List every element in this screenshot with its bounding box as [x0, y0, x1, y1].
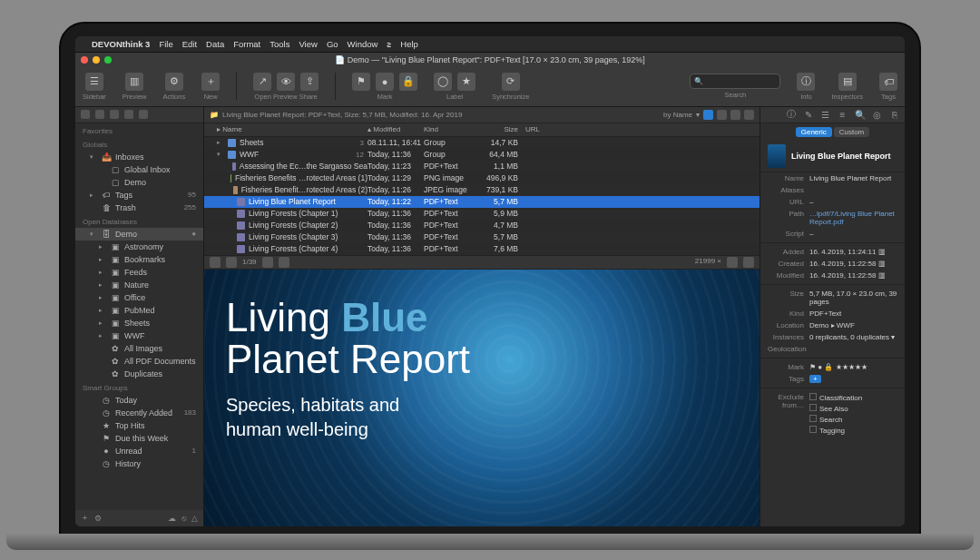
table-row[interactable]: Assessing the Ec…the Sargasso SeaToday, …: [204, 161, 760, 172]
inspectors-icon[interactable]: ▤: [838, 73, 857, 91]
exclude-checkbox[interactable]: See Also: [809, 404, 897, 413]
sidebar-toggle-icon[interactable]: ☰: [85, 73, 103, 91]
pv-zoomin-icon[interactable]: [743, 257, 754, 268]
pv-crop-icon[interactable]: [262, 257, 273, 268]
exclude-checkbox[interactable]: Tagging: [809, 426, 897, 435]
insp-link-icon[interactable]: ⎘: [889, 110, 899, 120]
sidebar-item[interactable]: ▸▣Sheets: [75, 317, 203, 329]
sidebar-item[interactable]: ▢Global Inbox: [75, 163, 203, 176]
inspector-field[interactable]: –: [809, 198, 897, 206]
menu-help[interactable]: Help: [400, 39, 418, 49]
inspector-mark[interactable]: ⚑ ● 🔒 ★★★★★: [809, 363, 897, 371]
table-row[interactable]: Fisheries Benefits …rotected Areas (1)To…: [204, 172, 760, 184]
col-size[interactable]: Size: [480, 125, 525, 133]
view-cover-icon[interactable]: [744, 110, 754, 120]
sidebar-item[interactable]: ▾📥Inboxes: [75, 151, 203, 163]
sidebar-item[interactable]: ✿All Images: [75, 342, 203, 355]
sort-menu[interactable]: by Name: [663, 111, 692, 119]
col-url[interactable]: URL: [525, 125, 760, 133]
insp-toc-icon[interactable]: ☰: [820, 110, 830, 120]
menu-window[interactable]: Window: [348, 39, 378, 49]
table-row[interactable]: ▸Sheets308.11.11, 16:41Group14,7 KB: [204, 137, 760, 149]
menu-file[interactable]: File: [159, 39, 172, 49]
inspector-prop[interactable]: 0 replicants, 0 duplicates ▾: [809, 333, 897, 341]
unread-icon[interactable]: ●: [376, 73, 394, 91]
sidebar-item[interactable]: ✿All PDF Documents: [75, 355, 203, 368]
info-icon[interactable]: ⓘ: [797, 73, 815, 91]
inspector-tab-generic[interactable]: Generic: [796, 127, 832, 137]
sb-mode-1-icon[interactable]: [81, 110, 90, 119]
view-icons-icon[interactable]: [703, 110, 713, 120]
table-row[interactable]: Fisheries Benefit…rotected Areas (2)Toda…: [204, 184, 760, 196]
close-button[interactable]: [81, 56, 88, 64]
zoom-button[interactable]: [104, 56, 112, 64]
minimize-button[interactable]: [93, 56, 100, 64]
menu-go[interactable]: Go: [327, 39, 338, 49]
actions-icon[interactable]: ⚙: [165, 73, 183, 91]
sidebar-item[interactable]: ▸▣PubMed: [75, 304, 203, 317]
document-preview[interactable]: Living Blue Planet Report Species, habit…: [204, 270, 760, 526]
sidebar-item[interactable]: ▾🗄Demo●: [75, 228, 203, 241]
menu-edit[interactable]: Edit: [182, 39, 197, 49]
inspector-field[interactable]: …lpdf/7/Living Blue Planet Report.pdf: [809, 210, 897, 226]
sidebar-item[interactable]: ▸▣Nature: [75, 279, 203, 291]
gear-icon[interactable]: ⚙: [94, 514, 102, 523]
col-name[interactable]: Name: [222, 125, 241, 133]
menu-tools[interactable]: Tools: [270, 39, 289, 49]
new-icon[interactable]: ＋: [201, 73, 220, 91]
sidebar-item[interactable]: ★Top Hits: [75, 419, 203, 432]
inspector-field[interactable]: Living Blue Planet Report: [809, 174, 897, 182]
insp-annot-icon[interactable]: ✎: [803, 110, 813, 120]
calendar-icon[interactable]: ▥: [878, 260, 886, 268]
sidebar-item[interactable]: ◷Today: [75, 394, 203, 407]
menu-view[interactable]: View: [299, 39, 317, 49]
exclude-checkbox[interactable]: Search: [809, 415, 897, 424]
table-row[interactable]: Living Blue Planet ReportToday, 11:22PDF…: [204, 196, 760, 208]
sidebar-item[interactable]: ▸▣Bookmarks: [75, 253, 203, 266]
menu-format[interactable]: Format: [233, 39, 260, 49]
tags-icon[interactable]: 🏷: [879, 73, 897, 91]
menu-data[interactable]: Data: [206, 39, 224, 49]
sidebar-item[interactable]: ▸▣Astronomy: [75, 241, 203, 253]
app-name[interactable]: DEVONthink 3: [92, 39, 150, 49]
sb-mode-4-icon[interactable]: [124, 110, 133, 119]
col-kind[interactable]: Kind: [424, 125, 480, 133]
table-row[interactable]: Living Forests (Chapter 1)Today, 11:36PD…: [204, 208, 760, 220]
link-icon[interactable]: ⎋: [181, 514, 186, 523]
table-row[interactable]: Living Forests (Chapter 2)Today, 11:36PD…: [204, 220, 760, 231]
sidebar-item[interactable]: ▸▣Feeds: [75, 266, 203, 279]
open-icon[interactable]: ↗: [253, 73, 271, 91]
insp-concord-icon[interactable]: ≡: [838, 110, 848, 120]
insp-search-icon[interactable]: 🔍: [855, 110, 865, 120]
sidebar-item[interactable]: ◷Recently Added183: [75, 407, 203, 419]
path-crumb-icon[interactable]: 📁: [210, 111, 219, 119]
sidebar-item[interactable]: ◷History: [75, 457, 203, 470]
sidebar-item[interactable]: ▸▣Office: [75, 291, 203, 304]
insp-see-icon[interactable]: ◎: [872, 110, 882, 120]
pv-thumbs-icon[interactable]: [210, 257, 220, 268]
cloud-icon[interactable]: ☁: [168, 514, 176, 523]
sb-mode-3-icon[interactable]: [110, 110, 119, 119]
sb-mode-5-icon[interactable]: [139, 110, 148, 119]
view-columns-icon[interactable]: [730, 110, 740, 120]
col-modified[interactable]: Modified: [373, 125, 400, 133]
table-row[interactable]: Living Forests (Chapter 3)Today, 11:36PD…: [204, 231, 760, 243]
search-input[interactable]: 🔍: [690, 74, 780, 89]
sidebar-item[interactable]: 🗑Trash255: [75, 201, 203, 214]
flag-icon[interactable]: ⚑: [352, 73, 370, 91]
lock-icon[interactable]: △: [191, 514, 198, 523]
table-row[interactable]: ▾WWF12Today, 11:36Group64,4 MB: [204, 149, 760, 161]
sidebar-item[interactable]: ▸▣WWF: [75, 329, 203, 342]
exclude-checkbox[interactable]: Classification: [809, 393, 897, 402]
tag-add-button[interactable]: +: [809, 375, 821, 383]
sidebar-item[interactable]: ▢Demo: [75, 176, 203, 189]
pv-zoomout-icon[interactable]: [727, 257, 738, 268]
label-icon[interactable]: ◯: [434, 73, 452, 91]
pv-text-icon[interactable]: [226, 257, 237, 268]
sync-icon[interactable]: ⟳: [502, 73, 520, 91]
sidebar-item[interactable]: ⚑Due this Week: [75, 432, 203, 445]
sidebar-item[interactable]: ▸🏷Tags95: [75, 189, 203, 201]
menu-script-icon[interactable]: ƨ: [387, 39, 391, 49]
view-list-icon[interactable]: [717, 110, 727, 120]
add-icon[interactable]: ＋: [81, 512, 89, 524]
